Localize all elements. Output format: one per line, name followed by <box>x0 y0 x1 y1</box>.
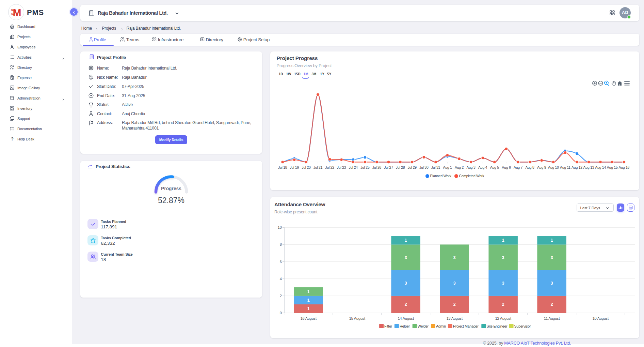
svg-text:3: 3 <box>550 255 553 260</box>
svg-text:Aug 1: Aug 1 <box>443 165 452 169</box>
svg-text:Supervisor: Supervisor <box>514 324 531 328</box>
svg-text:10 August: 10 August <box>592 316 608 320</box>
svg-text:Admin: Admin <box>436 324 446 328</box>
svg-text:Jul 31: Jul 31 <box>431 165 440 169</box>
svg-text:8: 8 <box>279 242 281 246</box>
svg-text:Aug 9: Aug 9 <box>537 165 546 169</box>
svg-text:3: 3 <box>404 281 407 286</box>
svg-text:Jul 26: Jul 26 <box>372 165 381 169</box>
svg-text:4: 4 <box>279 277 281 281</box>
svg-text:Site Engineer: Site Engineer <box>486 324 508 328</box>
svg-text:1: 1 <box>307 289 309 294</box>
svg-text:2: 2 <box>404 302 407 307</box>
svg-text:2: 2 <box>502 302 504 307</box>
svg-text:Jul 24: Jul 24 <box>349 165 358 169</box>
svg-text:Aug 5: Aug 5 <box>490 165 499 169</box>
svg-text:Fitter: Fitter <box>384 324 392 328</box>
svg-text:1: 1 <box>307 298 309 303</box>
svg-text:Aug 2: Aug 2 <box>454 165 464 169</box>
svg-text:Jul 29: Jul 29 <box>407 165 417 169</box>
svg-text:Aug 7: Aug 7 <box>513 165 522 169</box>
svg-text:11 August: 11 August <box>544 316 560 320</box>
svg-text:1: 1 <box>550 238 553 243</box>
svg-text:3: 3 <box>550 281 553 286</box>
svg-text:Jul 25: Jul 25 <box>360 165 370 169</box>
svg-text:2: 2 <box>453 302 455 307</box>
svg-text:M: M <box>13 7 21 18</box>
svg-text:3: 3 <box>502 281 504 286</box>
svg-text:Jul 27: Jul 27 <box>384 165 393 169</box>
svg-text:10: 10 <box>277 225 281 229</box>
svg-text:Aug 10: Aug 10 <box>548 165 559 169</box>
svg-text:3: 3 <box>453 255 455 260</box>
svg-text:Welder: Welder <box>417 324 429 328</box>
svg-text:3: 3 <box>453 281 455 286</box>
svg-text:2: 2 <box>279 294 281 298</box>
svg-text:Aug 16: Aug 16 <box>618 165 629 169</box>
svg-text:1: 1 <box>502 238 504 243</box>
svg-text:Jul 20: Jul 20 <box>302 165 311 169</box>
svg-text:Jul 22: Jul 22 <box>325 165 334 169</box>
svg-text:3: 3 <box>404 255 407 260</box>
svg-text:Aug 15: Aug 15 <box>607 165 617 169</box>
svg-text:Aug 14: Aug 14 <box>595 165 606 169</box>
svg-text:Aug 3: Aug 3 <box>466 165 476 169</box>
svg-text:Aug 12: Aug 12 <box>571 165 582 169</box>
svg-text:13 August: 13 August <box>446 316 462 320</box>
svg-text:Jul 23: Jul 23 <box>337 165 346 169</box>
svg-text:Jul 18: Jul 18 <box>278 165 287 169</box>
svg-text:16 August: 16 August <box>300 316 316 320</box>
svg-text:0: 0 <box>279 311 281 315</box>
svg-text:3: 3 <box>502 255 504 260</box>
svg-text:Aug 4: Aug 4 <box>478 165 487 169</box>
svg-text:Aug 6: Aug 6 <box>502 165 511 169</box>
svg-text:12 August: 12 August <box>495 316 511 320</box>
svg-text:Helper: Helper <box>399 324 410 328</box>
svg-text:2: 2 <box>550 302 553 307</box>
svg-text:Aug 11: Aug 11 <box>560 165 570 169</box>
svg-text:1: 1 <box>307 306 309 311</box>
svg-text:Jul 21: Jul 21 <box>313 165 322 169</box>
svg-text:Jul 28: Jul 28 <box>396 165 405 169</box>
svg-text:6: 6 <box>279 260 281 264</box>
svg-text:Project Manager: Project Manager <box>453 324 478 328</box>
svg-text:Aug 8: Aug 8 <box>525 165 534 169</box>
svg-text:1: 1 <box>404 238 407 243</box>
svg-text:15 August: 15 August <box>349 316 365 320</box>
svg-text:Jul 30: Jul 30 <box>419 165 429 169</box>
svg-text:14 August: 14 August <box>398 316 414 320</box>
svg-text:Aug 13: Aug 13 <box>583 165 594 169</box>
svg-text:Jul 19: Jul 19 <box>290 165 299 169</box>
